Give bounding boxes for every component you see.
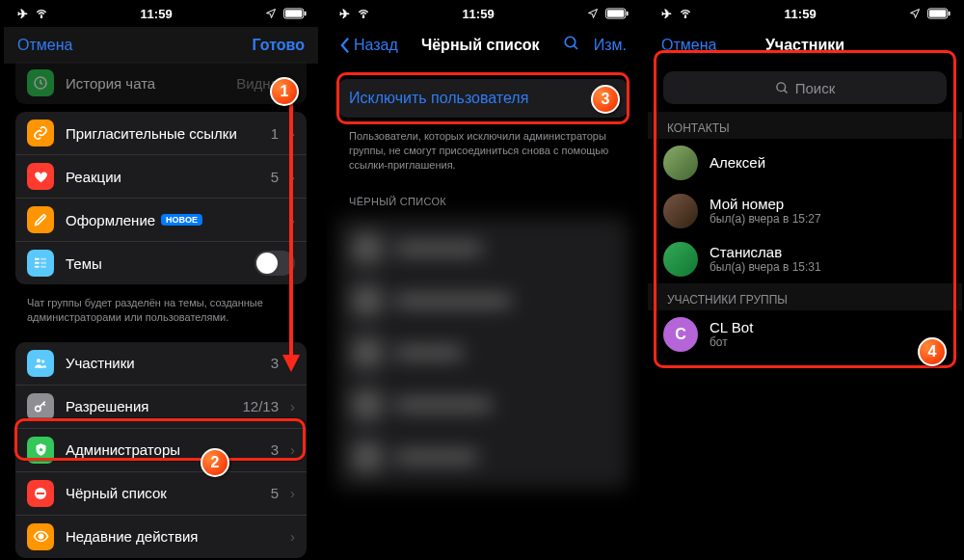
done-button[interactable]: Готово [253, 37, 305, 54]
battery-icon [283, 7, 307, 20]
search-icon[interactable] [563, 35, 580, 56]
battery-icon [605, 7, 629, 20]
cell-history[interactable]: История чата Видна › [15, 62, 307, 104]
topics-label: Темы [66, 255, 243, 272]
nav-bar: Отмена Готово [4, 27, 318, 64]
chevron-right-icon: › [290, 398, 295, 414]
permissions-label: Разрешения [66, 398, 230, 414]
cell-recent-actions[interactable]: Недавние действия › [15, 516, 307, 558]
avatar: C [663, 317, 698, 352]
airplane-icon: ✈ [15, 7, 29, 20]
brush-icon [27, 206, 54, 233]
admins-label: Администраторы [66, 441, 259, 458]
svg-rect-9 [40, 262, 46, 264]
member-name: CL Bot [710, 319, 753, 335]
nav-bar: Назад Чёрный список Изм. [326, 27, 640, 64]
search-input[interactable]: Поиск [663, 71, 947, 104]
exclude-footer: Пользователи, которых исключили админист… [326, 125, 640, 182]
status-time: 11:59 [140, 7, 172, 21]
svg-rect-6 [35, 262, 40, 264]
cancel-button[interactable]: Отмена [17, 37, 72, 54]
avatar [663, 146, 698, 180]
cell-appearance[interactable]: Оформление НОВОЕ › [15, 199, 307, 242]
back-button[interactable]: Назад [339, 37, 398, 54]
permissions-value: 12/13 [242, 398, 279, 414]
contact-name: Станислав [710, 244, 821, 260]
history-label: История чата [66, 75, 225, 92]
search-placeholder: Поиск [795, 80, 836, 96]
member-row[interactable]: C CL Bot бот [648, 310, 962, 359]
annotation-badge-3: 3 [591, 85, 620, 114]
cell-blacklist[interactable]: Чёрный список 5 › [15, 472, 307, 516]
eye-icon [27, 523, 54, 550]
status-bar: ✈ 11:59 [648, 0, 962, 27]
wifi-icon [357, 7, 370, 20]
contact-status: был(а) вчера в 15:31 [710, 261, 821, 275]
svg-point-24 [684, 16, 685, 17]
svg-point-28 [777, 82, 786, 91]
avatar [663, 194, 698, 228]
avatar [663, 242, 698, 277]
cell-invite-links[interactable]: Пригласительные ссылки 1 › [15, 112, 307, 155]
status-bar: ✈ 11:59 [4, 0, 318, 27]
svg-rect-26 [929, 10, 947, 16]
contact-status: был(а) вчера в 15:27 [710, 213, 821, 227]
svg-rect-27 [949, 12, 951, 16]
section-members: УЧАСТНИКИ ГРУППЫ [648, 283, 962, 310]
blacklist-members-blurred [337, 217, 629, 489]
history-icon [27, 69, 54, 96]
nav-title: Чёрный список [421, 37, 540, 54]
appearance-label: Оформление НОВОЕ [66, 212, 279, 228]
svg-point-0 [40, 16, 41, 17]
contact-row[interactable]: Станислав был(а) вчера в 15:31 [648, 235, 962, 283]
reactions-label: Реакции [66, 169, 259, 185]
location-icon [586, 7, 600, 20]
battery-icon [927, 7, 951, 20]
svg-rect-21 [607, 10, 625, 16]
cell-reactions[interactable]: Реакции 5 › [15, 155, 307, 199]
nav-title: Участники [765, 37, 844, 54]
phone-screen-2: ✈ 11:59 Назад Чёрный список Изм. [326, 0, 640, 560]
recent-label: Недавние действия [66, 528, 279, 545]
edit-button[interactable]: Изм. [594, 37, 627, 54]
svg-point-12 [41, 360, 44, 362]
search-icon [775, 81, 790, 95]
block-icon [27, 480, 54, 507]
wifi-icon [35, 7, 48, 20]
contact-row[interactable]: Алексей [648, 139, 962, 187]
blacklist-value: 5 [271, 485, 279, 501]
status-bar: ✈ 11:59 [326, 0, 640, 27]
airplane-icon: ✈ [337, 7, 351, 20]
svg-rect-10 [40, 266, 46, 268]
airplane-icon: ✈ [659, 7, 673, 20]
annotation-arrow-1 [280, 93, 303, 372]
section-blacklist: ЧЁРНЫЙ СПИСОК [326, 182, 640, 211]
link-icon [27, 120, 54, 147]
invite-links-label: Пригласительные ссылки [66, 125, 259, 142]
reactions-value: 5 [271, 169, 279, 185]
invite-links-value: 1 [271, 125, 279, 142]
cell-permissions[interactable]: Разрешения 12/13 › [15, 386, 307, 429]
svg-point-13 [36, 406, 40, 411]
contact-name: Алексей [710, 154, 765, 171]
contact-row[interactable]: Мой номер был(а) вчера в 15:27 [648, 187, 962, 235]
svg-rect-7 [35, 266, 40, 268]
exclude-user-button[interactable]: Исключить пользователя [337, 79, 629, 118]
contact-name: Мой номер [710, 196, 821, 212]
svg-point-19 [362, 16, 363, 17]
cell-topics[interactable]: Темы [15, 242, 307, 284]
key-icon [27, 393, 54, 420]
cell-members[interactable]: Участники 3 › [15, 342, 307, 386]
nav-bar: Отмена Участники [648, 27, 962, 64]
members-icon [27, 350, 54, 377]
member-status: бот [710, 336, 753, 350]
svg-point-16 [39, 535, 42, 539]
cell-admins[interactable]: Администраторы 3 › [15, 429, 307, 472]
chevron-right-icon: › [290, 485, 295, 501]
annotation-badge-4: 4 [918, 337, 947, 366]
chevron-right-icon: › [290, 441, 295, 458]
svg-rect-3 [305, 12, 307, 16]
svg-point-23 [565, 37, 576, 47]
wifi-icon [679, 7, 692, 20]
cancel-button[interactable]: Отмена [661, 37, 716, 54]
